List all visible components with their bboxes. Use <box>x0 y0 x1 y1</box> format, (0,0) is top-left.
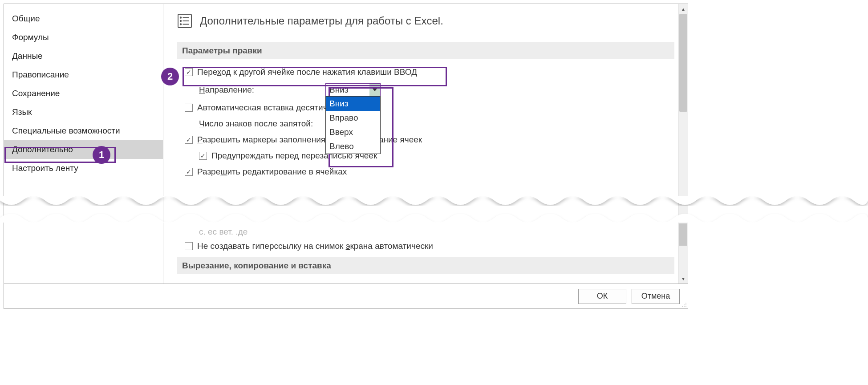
direction-dropdown-list: Вниз Вправо Вверх Влево <box>325 96 381 154</box>
label-no-hyperlink-screenshot: Не создавать гиперссылку на снимок экран… <box>197 241 433 251</box>
sidebar-item-proofing[interactable]: Правописание <box>4 65 163 84</box>
scroll-thumb[interactable] <box>679 14 687 112</box>
resize-grip-icon[interactable] <box>681 301 687 308</box>
sidebar-item-formulas[interactable]: Формулы <box>4 28 163 47</box>
svg-point-12 <box>685 304 686 305</box>
chevron-down-icon <box>369 84 380 96</box>
ok-button[interactable]: ОК <box>578 289 626 304</box>
sidebar-item-save[interactable]: Сохранение <box>4 84 163 103</box>
svg-point-11 <box>684 304 685 305</box>
checkbox-allow-edit-in-cells[interactable] <box>185 168 193 176</box>
dialog-button-bar: ОК Отмена <box>4 284 688 309</box>
vertical-scrollbar-lower[interactable]: ▼ <box>678 223 688 284</box>
checkbox-auto-decimal[interactable] <box>185 104 193 112</box>
checkbox-warn-overwrite[interactable] <box>199 152 207 160</box>
svg-point-15 <box>685 306 686 307</box>
partial-obscured-text: с. ес вет. .де <box>177 227 674 237</box>
sidebar-item-data[interactable]: Данные <box>4 47 163 65</box>
checkbox-move-after-enter[interactable] <box>185 68 193 76</box>
options-dialog-lower: с. ес вет. .де Не создавать гиперссылку … <box>4 223 688 284</box>
label-direction: Направление: <box>199 85 254 95</box>
direction-option-up[interactable]: Вверх <box>326 125 380 139</box>
label-move-after-enter: Переход к другой ячейке после нажатия кл… <box>197 67 417 77</box>
svg-point-14 <box>684 306 685 307</box>
sidebar-item-general[interactable]: Общие <box>4 9 163 28</box>
direction-dropdown[interactable]: Вниз <box>325 83 381 97</box>
sidebar-item-customize-ribbon[interactable]: Настроить ленту <box>4 159 163 178</box>
sidebar-item-advanced[interactable]: Дополнительно <box>4 140 163 159</box>
direction-option-right[interactable]: Вправо <box>326 111 380 125</box>
checkbox-no-hyperlink-screenshot[interactable] <box>185 242 193 250</box>
cancel-button[interactable]: Отмена <box>632 289 680 304</box>
sidebar-item-accessibility[interactable]: Специальные возможности <box>4 122 163 140</box>
svg-point-10 <box>685 303 686 304</box>
scroll-thumb-lower[interactable] <box>679 223 687 246</box>
svg-point-9 <box>180 24 181 24</box>
label-decimals: Число знаков после запятой: <box>199 119 313 129</box>
scroll-up-button[interactable]: ▲ <box>678 4 688 14</box>
direction-option-left[interactable]: Влево <box>326 139 380 154</box>
section-header-cutcopy: Вырезание, копирование и вставка <box>177 257 674 274</box>
svg-point-8 <box>180 20 181 21</box>
sidebar-item-language[interactable]: Язык <box>4 103 163 122</box>
checkbox-fill-handle[interactable] <box>185 136 193 144</box>
svg-point-13 <box>682 306 683 307</box>
direction-value: Вниз <box>326 85 369 95</box>
label-fill-handle: Разрешить маркеры заполнения и перетаски… <box>197 135 422 145</box>
label-allow-edit-in-cells: Разрешить редактирование в ячейках <box>197 167 347 177</box>
options-icon <box>177 13 193 29</box>
section-header-editing: Параметры правки <box>177 42 674 59</box>
direction-option-down[interactable]: Вниз <box>326 97 380 111</box>
svg-point-7 <box>180 17 181 18</box>
scroll-down-button-lower[interactable]: ▼ <box>678 274 688 284</box>
page-title: Дополнительные параметры для работы с Ex… <box>200 15 443 27</box>
